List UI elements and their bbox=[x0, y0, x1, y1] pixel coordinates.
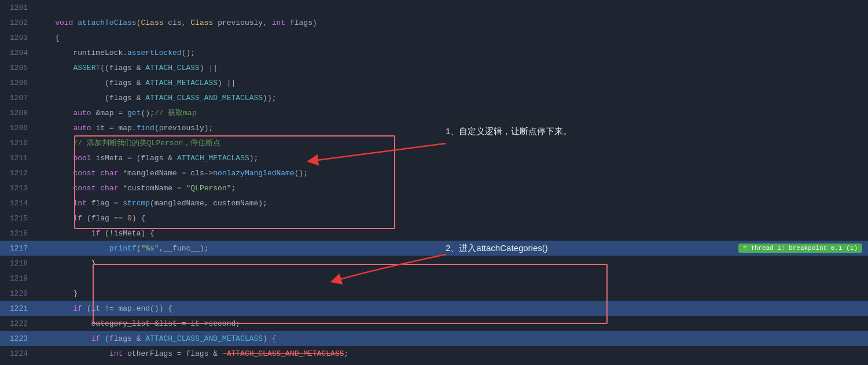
line-number: 1218 bbox=[0, 259, 35, 268]
code-line-1205: 1205 ASSERT((flags & ATTACH_CLASS) || bbox=[0, 60, 868, 75]
line-content: int otherFlags = flags & ~ATTACH_CLASS_A… bbox=[35, 349, 868, 358]
code-line-1203: 1203 { bbox=[0, 30, 868, 45]
line-content: if (flag == 0) { bbox=[35, 214, 868, 223]
line-number: 1209 bbox=[0, 124, 35, 132]
line-content: ASSERT((flags & ATTACH_CLASS) || bbox=[35, 64, 868, 72]
line-number: 1207 bbox=[0, 94, 35, 102]
code-line-1218: 1218 } bbox=[0, 256, 868, 271]
code-line-1216: 1216 if (!isMeta) { bbox=[0, 226, 868, 241]
line-content: bool isMeta = (flags & ATTACH_METACLASS)… bbox=[35, 154, 868, 163]
breakpoint-badge: ≡ Thread 1: breakpoint 6.1 (1) bbox=[738, 244, 862, 253]
code-line-1206: 1206 (flags & ATTACH_METACLASS) || bbox=[0, 75, 868, 90]
code-line-1211: 1211 bool isMeta = (flags & ATTACH_METAC… bbox=[0, 150, 868, 165]
line-content: (flags & ATTACH_CLASS_AND_METACLASS)); bbox=[35, 94, 868, 102]
line-number: 1219 bbox=[0, 274, 35, 283]
line-number: 1204 bbox=[0, 49, 35, 57]
line-content: category_list &list = it->second; bbox=[35, 319, 868, 328]
line-content: const char *customName = "QLPerson"; bbox=[35, 184, 868, 193]
code-line-1219: 1219 bbox=[0, 271, 868, 286]
line-content: } bbox=[35, 259, 868, 268]
line-number: 1221 bbox=[0, 304, 35, 313]
code-line-1221: 1221 if (it != map.end()) { bbox=[0, 301, 868, 316]
code-line-1220: 1220 } bbox=[0, 286, 868, 301]
code-line-1204: 1204 runtimeLock.assertLocked(); bbox=[0, 45, 868, 60]
line-content: runtimeLock.assertLocked(); bbox=[35, 49, 868, 57]
line-number: 1211 bbox=[0, 154, 35, 163]
line-number: 1205 bbox=[0, 64, 35, 72]
line-content: // 添加判断我们的类QLPerson，停住断点 bbox=[35, 138, 868, 148]
line-number: 1223 bbox=[0, 334, 35, 343]
code-line-1224: 1224 int otherFlags = flags & ~ATTACH_CL… bbox=[0, 346, 868, 361]
code-line-1215: 1215 if (flag == 0) { bbox=[0, 211, 868, 226]
line-number: 1212 bbox=[0, 169, 35, 178]
line-content: int flag = strcmp(mangledName, customNam… bbox=[35, 199, 868, 208]
line-content: if (it != map.end()) { bbox=[35, 304, 868, 313]
code-line-1212: 1212 const char *mangledName = cls->nonl… bbox=[0, 165, 868, 180]
line-content: auto it = map.find(previously); bbox=[35, 124, 868, 132]
code-line-1214: 1214 int flag = strcmp(mangledName, cust… bbox=[0, 196, 868, 211]
line-number: 1217 bbox=[0, 244, 35, 253]
line-number: 1222 bbox=[0, 319, 35, 328]
code-line-1225: 1225 attachCategories(·····, list.array(… bbox=[0, 361, 868, 365]
line-content: } bbox=[35, 289, 868, 298]
line-number: 1220 bbox=[0, 289, 35, 298]
code-line-1208: 1208 auto &map = get();// 获取map bbox=[0, 105, 868, 120]
line-content: if (!isMeta) { bbox=[35, 229, 868, 238]
line-number: 1210 bbox=[0, 139, 35, 148]
code-line-1223: 1223 if (flags & ATTACH_CLASS_AND_METACL… bbox=[0, 331, 868, 346]
line-content: auto &map = get();// 获取map bbox=[35, 108, 868, 118]
line-content: if (flags & ATTACH_CLASS_AND_METACLASS) … bbox=[35, 334, 868, 343]
line-number: 1214 bbox=[0, 199, 35, 208]
code-line-1201: 1201 bbox=[0, 0, 868, 15]
line-content: const char *mangledName = cls->nonlazyMa… bbox=[35, 169, 868, 178]
code-line-1217: 1217 printf("%s",__func__);≡ Thread 1: b… bbox=[0, 241, 868, 256]
line-content: void attachToClass(Class cls, Class prev… bbox=[35, 19, 868, 27]
code-line-1209: 1209 auto it = map.find(previously); bbox=[0, 120, 868, 135]
line-number: 1208 bbox=[0, 109, 35, 117]
line-number: 1224 bbox=[0, 349, 35, 358]
code-line-1213: 1213 const char *customName = "QLPerson"… bbox=[0, 180, 868, 196]
code-line-1222: 1222 category_list &list = it->second; bbox=[0, 316, 868, 331]
line-content: { bbox=[35, 34, 868, 42]
line-number: 1215 bbox=[0, 214, 35, 223]
line-number: 1216 bbox=[0, 229, 35, 238]
code-line-1207: 1207 (flags & ATTACH_CLASS_AND_METACLASS… bbox=[0, 90, 868, 105]
line-number: 1213 bbox=[0, 184, 35, 193]
line-number: 1202 bbox=[0, 19, 35, 27]
code-line-1210: 1210 // 添加判断我们的类QLPerson，停住断点 bbox=[0, 135, 868, 150]
line-number: 1203 bbox=[0, 34, 35, 42]
code-editor: 1、自定义逻辑，让断点停下来。 2、进入attachCategories() 1… bbox=[0, 0, 868, 365]
code-line-1202: 1202 void attachToClass(Class cls, Class… bbox=[0, 15, 868, 30]
line-content: (flags & ATTACH_METACLASS) || bbox=[35, 79, 868, 87]
lines-container: 12011202 void attachToClass(Class cls, C… bbox=[0, 0, 868, 365]
line-number: 1201 bbox=[0, 3, 35, 12]
line-number: 1206 bbox=[0, 79, 35, 87]
